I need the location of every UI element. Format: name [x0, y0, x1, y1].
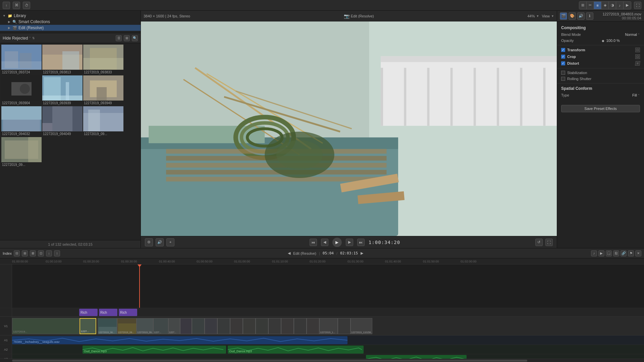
library-item[interactable]: ▼ 📁 Library	[0, 13, 141, 19]
fullscreen-icon[interactable]: ⛶	[634, 2, 641, 9]
video-clip[interactable]	[281, 318, 294, 334]
media-thumb-item[interactable]: 12272019_093813	[42, 45, 83, 75]
timeline-headphones-icon[interactable]: 🎧	[606, 250, 612, 256]
step-back-icon[interactable]: ◀	[321, 239, 328, 246]
video-inspector-tab[interactable]: 🎬	[560, 12, 567, 20]
purple-clip-2[interactable]: Rich	[99, 309, 117, 316]
purple-clip-1[interactable]: Rich	[79, 309, 98, 316]
fusion-tab-icon[interactable]: ◈	[601, 2, 609, 9]
video-clip[interactable]	[268, 318, 281, 334]
timeline-left-arrow[interactable]: ◀	[288, 251, 290, 255]
media-thumb-item[interactable]: 12272019_093833	[83, 45, 123, 75]
timeline-scrollbar[interactable]	[0, 359, 644, 362]
link-icon[interactable]: ⌘	[13, 2, 20, 9]
opacity-keyframe-icon[interactable]: ◆	[602, 39, 604, 43]
distort-checkbox[interactable]	[561, 61, 565, 65]
deliver-tab-icon[interactable]: ▶	[624, 2, 631, 9]
video-clip[interactable]	[243, 318, 256, 334]
scrollbar-thumb[interactable]	[12, 360, 527, 362]
timeline-close-icon[interactable]: ✕	[635, 250, 641, 256]
video-clip[interactable]	[338, 318, 351, 334]
video-clip[interactable]: 12272019_110158...	[351, 318, 372, 334]
zoom-control[interactable]: 44% ▼	[527, 14, 539, 18]
media-thumb-item[interactable]: 12272019_09...	[83, 106, 123, 136]
video-clip[interactable]	[217, 318, 230, 334]
media-thumb-item[interactable]: 12272019_093939	[42, 75, 83, 106]
timeline-flag-icon[interactable]: ⚑	[628, 250, 634, 256]
video-clip[interactable]	[192, 318, 205, 334]
audio-icon[interactable]: 🔊	[156, 238, 164, 246]
timeline-view-d[interactable]: ⊡	[38, 250, 44, 256]
timeline-right-arrow[interactable]: ▶	[361, 251, 363, 255]
transform-checkbox[interactable]	[561, 48, 565, 52]
skip-forward-icon[interactable]: ⏭	[357, 239, 365, 246]
loop-icon[interactable]: ↺	[535, 239, 543, 246]
edit-resolve-item[interactable]: ▶ 🎬 Edit (Resolve)	[0, 25, 141, 31]
media-tab-icon[interactable]: ⊞	[579, 2, 587, 9]
video-clip-pre[interactable]: 12272019...	[12, 318, 79, 334]
color-inspector-tab[interactable]: 🎨	[569, 12, 576, 20]
video-clip[interactable]	[294, 318, 307, 334]
audio-clip-seagulls[interactable]: 78389__lnchadney__seagulls.wav	[12, 336, 347, 344]
index-label[interactable]: Index	[3, 251, 12, 255]
video-clip[interactable]	[230, 318, 243, 334]
media-thumb-item[interactable]: 12272019_093724	[1, 45, 42, 75]
video-clip-selected[interactable]: 1227...	[79, 318, 96, 334]
fullscreen-viewer-icon[interactable]: ⛶	[545, 239, 553, 246]
stabilization-checkbox[interactable]	[561, 71, 565, 75]
video-clip[interactable]: 12272019_1...	[319, 318, 338, 334]
video-clip[interactable]	[307, 318, 319, 334]
video-clip[interactable]: 1227...	[168, 318, 180, 334]
settings-icon[interactable]: ⚙	[145, 238, 153, 246]
type-dropdown[interactable]: Fill ⌃	[632, 93, 640, 97]
distort-expand[interactable]: ⌗	[635, 61, 640, 66]
edit-tab-icon[interactable]: ≡	[594, 2, 601, 9]
video-clip[interactable]	[180, 318, 192, 334]
video-clip[interactable]: 12272019_09...	[137, 318, 153, 334]
audio-inspector-tab[interactable]: 🔊	[577, 12, 585, 20]
timeline-view-c[interactable]: ⊠	[30, 250, 36, 256]
media-thumb-item[interactable]: 12272019_093904	[1, 75, 42, 106]
smart-collections-item[interactable]: ▶ 🔍 Smart Collections	[0, 19, 141, 25]
save-preset-button[interactable]: Save Preset Effects	[561, 105, 640, 112]
info-inspector-tab[interactable]: ℹ	[586, 12, 593, 20]
media-thumb-item[interactable]: 12272019_093949	[83, 75, 123, 106]
play-button[interactable]: ▶	[332, 238, 342, 247]
audio-clip-oud-2[interactable]: Oud_Dance.mp3	[228, 346, 364, 354]
video-clip[interactable]: 12272019_08...	[98, 318, 117, 334]
arrow-up-icon[interactable]: ↑	[3, 2, 10, 9]
media-thumb-item[interactable]: 12272019_094049	[42, 106, 83, 136]
list-view-icon[interactable]: ☰	[116, 35, 122, 41]
purple-clip-3[interactable]: Rich	[119, 309, 137, 316]
hide-rejected-dropdown[interactable]: Hide Rejected ⌃ ⇅	[3, 36, 35, 41]
step-forward-icon[interactable]: ▶	[346, 239, 353, 246]
view-control[interactable]: View ▼	[542, 14, 554, 18]
skip-back-icon[interactable]: ⏮	[310, 239, 317, 246]
timeline-view-a[interactable]: ⊟	[14, 250, 20, 256]
timeline-link-icon[interactable]: ⛓	[613, 250, 619, 256]
transform-overlay-icon[interactable]: ⌖	[166, 238, 174, 246]
rolling-shutter-checkbox[interactable]	[561, 77, 565, 81]
crop-checkbox[interactable]	[561, 55, 565, 59]
crop-expand[interactable]: □	[635, 54, 640, 59]
blend-mode-dropdown[interactable]: Normal ⌃	[625, 33, 640, 37]
cut-tab-icon[interactable]: ✂	[587, 2, 594, 9]
video-clip[interactable]: 12272019_08...	[117, 318, 137, 334]
clock-icon[interactable]: ⏱	[23, 2, 30, 9]
video-clip[interactable]	[256, 318, 268, 334]
audio-clip-oud-3[interactable]: Oud_Dance.mp3	[366, 355, 467, 359]
grid-view-icon[interactable]: ⊞	[124, 35, 130, 41]
search-icon[interactable]: 🔍	[132, 35, 138, 41]
timeline-view-b[interactable]: ⊞	[22, 250, 28, 256]
timeline-magnet-icon[interactable]: 🔗	[621, 250, 627, 256]
video-clip[interactable]: 1227...	[153, 318, 168, 334]
fairlight-tab-icon[interactable]: ♪	[616, 2, 624, 9]
media-thumb-item[interactable]: 12272019_09...	[1, 137, 42, 167]
timeline-arrow[interactable]: ↓	[46, 250, 52, 256]
video-clip[interactable]	[205, 318, 217, 334]
timeline-audio-icon[interactable]: ♪	[591, 250, 597, 256]
audio-clip-oud-1[interactable]: Oud_Dance.mp3	[83, 346, 226, 354]
timeline-play-icon[interactable]: ▶	[598, 250, 604, 256]
color-tab-icon[interactable]: ◑	[609, 2, 616, 9]
transform-expand[interactable]: □	[635, 48, 640, 52]
